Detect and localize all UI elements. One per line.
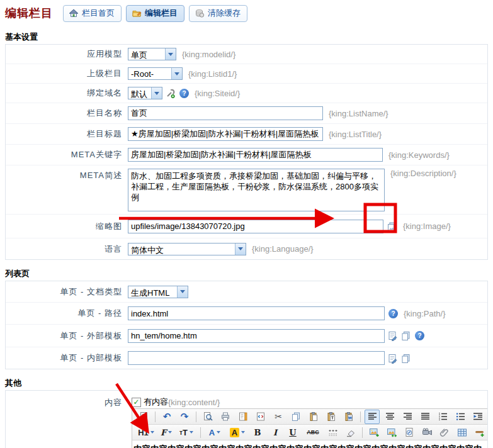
ordered-list-icon[interactable]: [435, 410, 450, 424]
page-title: 编辑栏目: [5, 6, 63, 21]
domain-manage-wrench-icon[interactable]: [165, 88, 176, 99]
ext-template-input[interactable]: [128, 329, 385, 343]
italic-button[interactable]: I: [268, 425, 283, 440]
column-home-label: 栏目首页: [82, 8, 115, 19]
language-select-value: 简体中文: [128, 244, 235, 255]
description-label: META简述: [6, 169, 128, 181]
eraser-icon[interactable]: [343, 425, 358, 440]
media-icon[interactable]: [419, 425, 434, 440]
parent-select[interactable]: -Root-: [128, 67, 183, 80]
image-icon[interactable]: [366, 425, 382, 440]
doctype-label: 单页 - 文档类型: [6, 286, 128, 298]
content-checkbox-label: 有内容: [144, 396, 168, 408]
attach-icon[interactable]: [437, 425, 452, 440]
content-label: 内容: [6, 396, 128, 408]
path-label: 单页 - 路径: [6, 308, 128, 319]
row-model: 应用模型 单页 {king:modelid/}: [6, 45, 487, 64]
edit-folder-icon: [132, 8, 142, 18]
page-props-icon[interactable]: [235, 410, 251, 424]
chevron-down-icon: [165, 48, 176, 60]
underline-button[interactable]: U: [285, 425, 300, 440]
topbar: 编辑栏目 栏目首页 编辑栏目 清除缓存: [0, 0, 493, 25]
int-template-input[interactable]: [128, 351, 385, 365]
row-content: 内容 有内容{king:content/}: [6, 391, 487, 448]
clear-cache-icon: [195, 8, 205, 18]
list-title-label: 栏目标题: [6, 128, 128, 140]
parent-template-tag: {king:Listid1/}: [188, 69, 237, 79]
parent-label: 上级栏目: [6, 68, 128, 79]
model-template-tag: {king:modelid/}: [182, 50, 235, 59]
domain-select[interactable]: 默认: [128, 87, 162, 99]
images-icon[interactable]: [384, 425, 399, 440]
size-select[interactable]: тT: [176, 425, 196, 440]
code-icon[interactable]: [253, 410, 268, 424]
model-select[interactable]: 单页: [128, 48, 176, 60]
font-select[interactable]: F: [159, 425, 174, 440]
keywords-input[interactable]: [128, 148, 383, 162]
bold-button[interactable]: B: [250, 425, 265, 440]
domain-select-value: 默认: [128, 87, 151, 99]
row-keywords: META关键字 {king:Keywords/}: [6, 145, 487, 165]
source-icon[interactable]: [136, 410, 151, 424]
cut-icon[interactable]: [271, 410, 286, 424]
paste-icon[interactable]: [306, 410, 321, 424]
hr-icon[interactable]: [472, 425, 487, 440]
chevron-down-icon: [235, 244, 246, 255]
path-help-icon[interactable]: [388, 309, 398, 318]
thumbnail-browse-icon[interactable]: [386, 221, 397, 232]
description-template-tag: {king:Description/}: [390, 169, 456, 178]
chevron-down-icon: [171, 68, 182, 79]
ext-template-select-icon[interactable]: [387, 330, 398, 341]
justify-icon[interactable]: [417, 410, 433, 424]
edit-column-button[interactable]: 编辑栏目: [126, 5, 184, 22]
row-list-title: 栏目标题 {king:ListTitle/}: [6, 124, 487, 145]
align-right-icon[interactable]: [400, 410, 415, 424]
basic-panel: 应用模型 单页 {king:modelid/} 上级栏目 -Root- {kin…: [5, 44, 488, 260]
redo-icon[interactable]: [177, 410, 192, 424]
align-center-icon[interactable]: [382, 410, 397, 424]
forecolor-button[interactable]: A: [205, 425, 225, 440]
ext-template-help-icon[interactable]: [415, 331, 424, 340]
path-input[interactable]: [128, 306, 385, 320]
thumbnail-label: 缩略图: [6, 221, 128, 232]
editor-content[interactable]: 内容内容内容内容内容内容内容内容内容内容内容内容内容内容内容内容内容内容内容内容…: [132, 440, 488, 448]
table-icon[interactable]: [455, 425, 470, 440]
backcolor-button[interactable]: A: [227, 425, 247, 440]
domain-help-icon[interactable]: [179, 89, 189, 98]
doctype-select[interactable]: 生成HTML: [128, 286, 188, 298]
rich-text-editor: H1 F тT A A B I U ABC: [132, 408, 488, 448]
description-textarea[interactable]: 防水、加固工程多项资质，承接桥梁加固，基础加固，纠偏与平移，补漏工程，生产屋面隔…: [128, 169, 385, 211]
align-left-icon[interactable]: [365, 410, 380, 424]
unordered-list-icon[interactable]: [453, 410, 468, 424]
content-checkbox[interactable]: [132, 398, 141, 407]
name-input[interactable]: [128, 106, 323, 120]
flash-icon[interactable]: [402, 425, 417, 440]
int-template-select-icon[interactable]: [387, 353, 398, 364]
list-title-input[interactable]: [128, 127, 323, 141]
paste-text-icon[interactable]: [324, 410, 339, 424]
chevron-down-icon: [150, 431, 154, 434]
paste-word-icon[interactable]: [341, 410, 356, 424]
indent-icon[interactable]: [470, 410, 485, 424]
undo-icon[interactable]: [159, 410, 174, 424]
content-template-tag: {king:content/}: [168, 398, 220, 407]
special-char-icon[interactable]: [326, 425, 341, 440]
copy-icon[interactable]: [288, 410, 303, 424]
print-icon[interactable]: [218, 410, 233, 424]
heading-select[interactable]: H1: [136, 425, 156, 440]
preview-icon[interactable]: [200, 410, 215, 424]
content-checkbox-row: 有内容{king:content/}: [132, 396, 487, 408]
language-select[interactable]: 简体中文: [128, 243, 246, 255]
domain-label: 绑定域名: [6, 87, 128, 99]
section-title-other: 其他: [5, 378, 488, 388]
clear-cache-button[interactable]: 清除缓存: [189, 5, 247, 22]
int-template-copy-icon[interactable]: [400, 353, 411, 364]
column-home-button[interactable]: 栏目首页: [63, 5, 122, 22]
thumbnail-input[interactable]: [128, 220, 383, 233]
ext-template-copy-icon[interactable]: [400, 330, 411, 341]
doctype-select-value: 生成HTML: [128, 286, 177, 298]
other-panel: 内容 有内容{king:content/}: [5, 390, 488, 448]
clear-cache-label: 清除缓存: [208, 8, 241, 19]
strike-button[interactable]: ABC: [303, 425, 323, 440]
chevron-down-icon: [241, 431, 245, 434]
